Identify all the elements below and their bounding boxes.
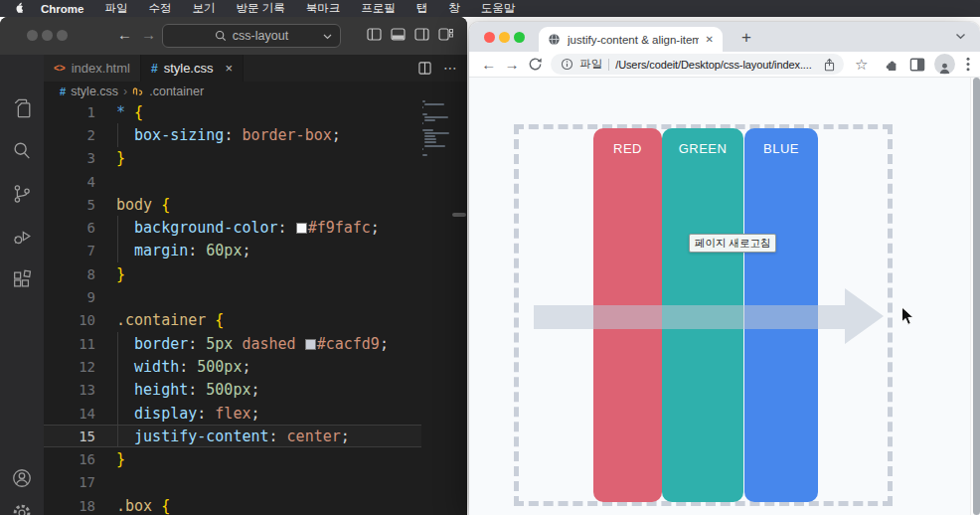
share-icon[interactable] [823, 58, 836, 72]
explorer-icon[interactable] [10, 96, 34, 120]
close-tab-icon[interactable]: × [225, 61, 233, 76]
url-path[interactable]: /Users/codeit/Desktop/css-layout/index..… [615, 59, 817, 71]
customize-layout-icon[interactable] [438, 28, 453, 41]
menubar-item[interactable]: 탭 [416, 1, 428, 16]
code-line[interactable]: 18.box { [44, 494, 421, 515]
vscode-zoom-button[interactable] [57, 30, 68, 41]
vscode-close-button[interactable] [27, 30, 38, 41]
editor-scrollbar-thumb[interactable] [452, 213, 466, 217]
run-debug-icon[interactable] [10, 225, 34, 249]
source-control-icon[interactable] [10, 182, 34, 206]
line-number: 8 [44, 266, 95, 282]
code-line[interactable]: 8} [44, 262, 421, 285]
indent-guide [117, 402, 118, 425]
tab-label: index.html [72, 61, 130, 76]
code-text: justify-content: center; [116, 428, 350, 445]
tab-index-html[interactable]: <> index.html [44, 55, 141, 82]
back-icon[interactable]: ← [477, 53, 500, 77]
toggle-secondary-sidebar-icon[interactable] [414, 28, 429, 41]
page-scrollbar[interactable] [970, 78, 980, 515]
code-line[interactable]: 15 justify-content: center; [44, 425, 421, 447]
code-line[interactable]: 2 box-sizing: border-box; [44, 123, 421, 146]
html-file-icon: <> [54, 63, 66, 74]
menubar-items: 파일수정보기방문 기록북마크프로필탭창도움말 [104, 1, 515, 16]
code-line[interactable]: 11 border: 5px dashed #cacfd9; [44, 332, 421, 355]
code-line[interactable]: 4 [44, 170, 421, 193]
vscode-back-icon[interactable]: ← [117, 26, 132, 43]
browser-tab[interactable]: justify-content & align-items ✕ [539, 27, 723, 52]
vscode-titlebar[interactable]: ← → css-layout [0, 17, 467, 55]
account-icon[interactable] [10, 466, 34, 490]
breadcrumb[interactable]: # style.css › .container [60, 82, 204, 100]
code-line[interactable]: 3} [44, 147, 421, 170]
menubar-item[interactable]: 창 [448, 1, 460, 16]
menubar-item[interactable]: 도움말 [481, 1, 516, 16]
settings-gear-icon[interactable] [10, 501, 34, 515]
search-icon [215, 30, 227, 42]
code-line[interactable]: 6 background-color: #f9fafc; [44, 216, 421, 239]
vscode-command-center[interactable]: css-layout [162, 24, 341, 48]
code-text: margin: 60px; [116, 242, 250, 259]
split-editor-icon[interactable] [418, 62, 431, 75]
apple-icon[interactable] [14, 2, 26, 15]
more-actions-icon[interactable]: ⋯ [443, 60, 457, 76]
address-bar[interactable]: 파일 /Users/codeit/Desktop/css-layout/inde… [551, 54, 844, 75]
forward-icon[interactable]: → [500, 53, 523, 77]
code-text: .box { [116, 497, 170, 515]
extensions-puzzle-icon[interactable] [879, 53, 901, 77]
chrome-zoom-button[interactable] [514, 32, 525, 43]
scrollbar-thumb[interactable] [973, 78, 980, 515]
toggle-sidebar-icon[interactable] [367, 28, 382, 41]
minimap-line [422, 100, 425, 102]
code-line[interactable]: 9 [44, 285, 421, 308]
toggle-panel-icon[interactable] [391, 28, 406, 41]
code-line[interactable]: 17 [44, 471, 421, 494]
menu-dots-icon[interactable] [957, 53, 980, 77]
chrome-toolbar: ← → 파일 /Users/codeit/Desktop/css-layout/… [469, 52, 980, 78]
command-center-text: css-layout [233, 29, 288, 43]
chrome-close-button[interactable] [484, 32, 495, 43]
tab-style-css[interactable]: # style.css × [141, 55, 244, 82]
bookmark-star-icon[interactable]: ☆ [850, 53, 873, 77]
chrome-titlebar[interactable]: justify-content & align-items ✕ + [469, 22, 980, 52]
chrome-window: justify-content & align-items ✕ + ← → 파일… [469, 22, 980, 515]
code-text: } [116, 265, 125, 283]
menubar-item[interactable]: 방문 기록 [236, 1, 284, 16]
menubar-item[interactable]: 북마크 [306, 1, 341, 16]
web-page[interactable]: REDGREENBLUE 페이지 새로고침 [469, 78, 980, 515]
vscode-minimize-button[interactable] [42, 30, 53, 41]
menubar-app-name[interactable]: Chrome [41, 3, 83, 15]
chevron-down-icon[interactable] [955, 33, 966, 40]
menubar-item[interactable]: 수정 [148, 1, 171, 16]
reload-icon[interactable] [524, 53, 547, 77]
menubar-item[interactable]: 프로필 [361, 1, 396, 16]
line-number: 2 [44, 127, 95, 143]
minimap[interactable] [422, 100, 452, 157]
breadcrumb-symbol[interactable]: .container [149, 85, 204, 98]
menubar-item[interactable]: 파일 [104, 1, 127, 16]
code-line[interactable]: 12 width: 500px; [44, 355, 421, 378]
vscode-forward-icon[interactable]: → [141, 26, 156, 43]
chrome-minimize-button[interactable] [499, 32, 510, 43]
code-line[interactable]: 14 display: flex; [44, 402, 421, 425]
profile-avatar[interactable] [933, 53, 956, 77]
code-line[interactable]: 1* { [44, 100, 421, 123]
new-tab-button[interactable]: + [735, 26, 758, 50]
code-line[interactable]: 5body { [44, 193, 421, 216]
close-tab-icon[interactable]: ✕ [706, 34, 714, 45]
breadcrumb-file[interactable]: style.css [71, 85, 118, 98]
search-icon[interactable] [10, 139, 34, 163]
code-line[interactable]: 13 height: 500px; [44, 379, 421, 402]
code-line[interactable]: 10.container { [44, 309, 421, 332]
code-text: } [116, 149, 125, 167]
info-icon[interactable] [561, 58, 573, 71]
line-number: 6 [44, 220, 95, 236]
extensions-icon[interactable] [10, 267, 34, 291]
code-line[interactable]: 16} [44, 447, 421, 470]
css-file-icon: # [60, 86, 66, 97]
code-line[interactable]: 7 margin: 60px; [44, 240, 421, 262]
menubar-item[interactable]: 보기 [192, 1, 215, 16]
code-editor[interactable]: 1* {2 box-sizing: border-box;3}45body {6… [44, 100, 421, 515]
side-panel-icon[interactable] [906, 53, 929, 77]
minimap-line [422, 148, 423, 150]
